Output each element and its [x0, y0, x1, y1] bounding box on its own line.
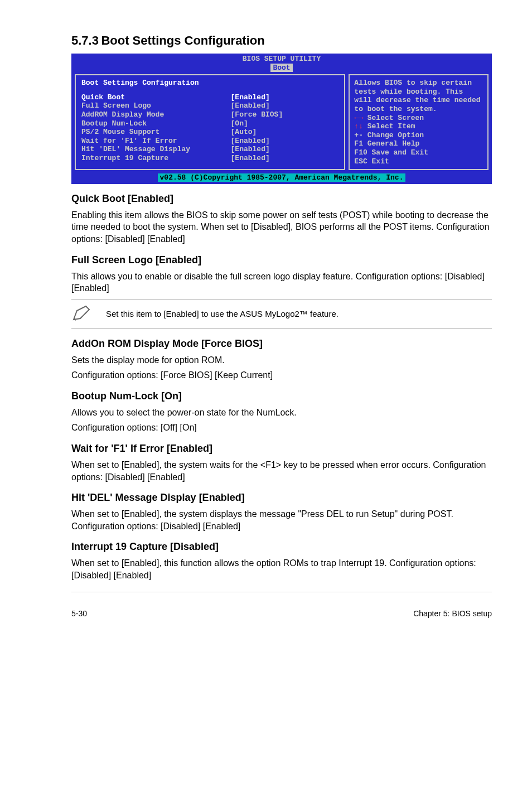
body-text: When set to [Enabled], the system waits … [71, 459, 492, 483]
bios-help-panel: Allows BIOS to skip certain tests while … [349, 74, 489, 170]
bios-setting-value: [Enabled] [231, 145, 339, 154]
page-number: 5-30 [71, 609, 87, 618]
bios-key-hint: ESC Exit [354, 157, 483, 166]
bios-setting-value: [Auto] [231, 128, 339, 137]
bios-setting-label: Hit 'DEL' Message Display [81, 145, 231, 154]
bios-tab-boot: Boot [270, 64, 292, 72]
key-icon: ←→ [354, 114, 363, 122]
subsection-heading: Quick Boot [Enabled] [71, 193, 492, 205]
note-box: Set this item to [Enabled] to use the AS… [71, 299, 492, 329]
bios-setting-row: Quick Boot[Enabled] [81, 93, 338, 102]
bios-title: BIOS SETUP UTILITY [71, 54, 492, 64]
bios-key-hint: F1 General Help [354, 139, 483, 148]
section-header: 5.7.3 Boot Settings Configuration [71, 33, 492, 48]
subsection-heading: AddOn ROM Display Mode [Force BIOS] [71, 338, 492, 350]
bios-setting-row: AddROM Display Mode[Force BIOS] [81, 110, 338, 119]
bios-key-hint: ←→ Select Screen [354, 114, 483, 123]
key-icon: F10 [354, 148, 367, 157]
bios-setting-row: PS/2 Mouse Support[Auto] [81, 128, 338, 137]
bios-key-hint: +- Change Option [354, 131, 483, 140]
subsection-heading: Hit 'DEL' Message Display [Enabled] [71, 492, 492, 504]
bios-setting-value: [Enabled] [231, 137, 339, 146]
bios-setting-value: [Force BIOS] [231, 110, 339, 119]
subsection-heading: Interrupt 19 Capture [Disabled] [71, 541, 492, 553]
body-text: Configuration options: [Force BIOS] [Kee… [71, 369, 492, 381]
key-icon: +- [354, 131, 363, 139]
bios-tab-row: Boot [71, 64, 492, 74]
bios-setting-row: Hit 'DEL' Message Display[Enabled] [81, 145, 338, 154]
bios-setting-label: Wait for 'F1' If Error [81, 137, 231, 146]
bios-key-hint: F10 Save and Exit [354, 148, 483, 157]
bios-setting-label: PS/2 Mouse Support [81, 128, 231, 137]
bios-setting-row: Full Screen Logo[Enabled] [81, 102, 338, 110]
subsection-heading: Full Screen Logo [Enabled] [71, 254, 492, 266]
bios-screenshot: BIOS SETUP UTILITY Boot Boot Settings Co… [71, 54, 492, 184]
key-icon: ESC [354, 157, 367, 166]
body-text: Enabling this item allows the BIOS to sk… [71, 209, 492, 245]
bios-setting-row: Interrupt 19 Capture[Enabled] [81, 154, 338, 163]
bios-footer: v02.58 (C)Copyright 1985-2007, American … [71, 173, 492, 184]
bios-setting-value: [Enabled] [231, 93, 339, 102]
bios-setting-value: [Enabled] [231, 102, 339, 110]
bios-setting-label: Interrupt 19 Capture [81, 154, 231, 163]
note-text: Set this item to [Enabled] to use the AS… [106, 309, 338, 318]
body-text: When set to [Enabled], the system displa… [71, 508, 492, 532]
section-number: 5.7.3 [71, 33, 99, 47]
bios-setting-label: Quick Boot [81, 93, 231, 102]
bios-left-panel: Boot Settings Configuration Quick Boot[E… [75, 74, 345, 170]
subsection-heading: Wait for 'F1' If Error [Enabled] [71, 443, 492, 455]
bios-help-text: Allows BIOS to skip certain tests while … [354, 79, 483, 113]
bios-setting-row: Wait for 'F1' If Error[Enabled] [81, 137, 338, 146]
bios-setting-row: Bootup Num-Lock[On] [81, 119, 338, 128]
pencil-icon [71, 304, 94, 324]
body-text: When set to [Enabled], this function all… [71, 557, 492, 581]
key-icon: F1 [354, 139, 363, 148]
bios-key-hint: ↑↓ Select Item [354, 122, 483, 131]
body-text: This allows you to enable or disable the… [71, 270, 492, 294]
body-text: Sets the display mode for option ROM. [71, 354, 492, 366]
body-text: Allows you to select the power-on state … [71, 407, 492, 419]
bios-setting-label: AddROM Display Mode [81, 110, 231, 119]
page-footer: 5-30 Chapter 5: BIOS setup [71, 607, 492, 618]
bios-panel-title: Boot Settings Configuration [81, 79, 338, 88]
bios-key-help: ←→ Select Screen↑↓ Select Item+- Change … [354, 114, 483, 166]
section-title: Boot Settings Configuration [101, 33, 264, 47]
bios-setting-value: [On] [231, 119, 339, 128]
bios-setting-label: Full Screen Logo [81, 102, 231, 110]
bios-setting-label: Bootup Num-Lock [81, 119, 231, 128]
bios-setting-value: [Enabled] [231, 154, 339, 163]
body-text: Configuration options: [Off] [On] [71, 422, 492, 434]
chapter-label: Chapter 5: BIOS setup [413, 609, 492, 618]
subsection-heading: Bootup Num-Lock [On] [71, 390, 492, 402]
key-icon: ↑↓ [354, 122, 363, 131]
